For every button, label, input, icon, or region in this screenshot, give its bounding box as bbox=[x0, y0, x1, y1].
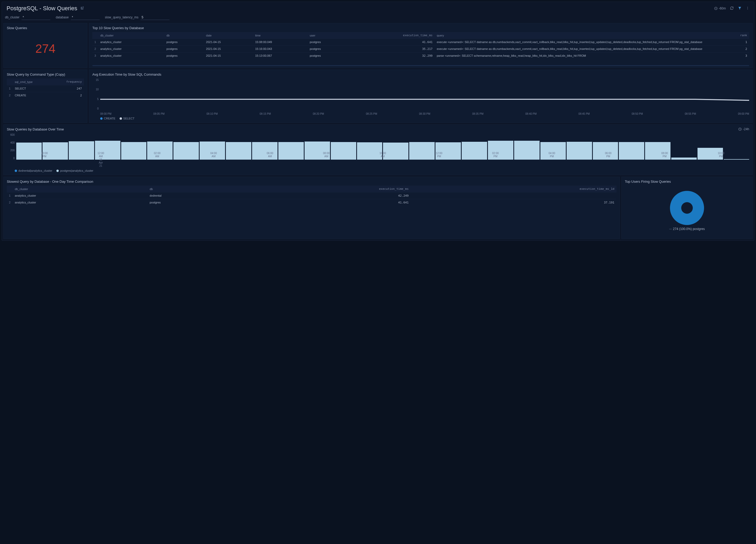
top-users-donut[interactable]: 274 (100.0%) postgres bbox=[625, 186, 749, 236]
filter-icon[interactable] bbox=[738, 6, 742, 11]
svg-point-2 bbox=[747, 8, 748, 8]
filter-input-latency[interactable]: 5 bbox=[141, 15, 169, 20]
legend-item[interactable]: dvdrental|analytics_cluster bbox=[15, 169, 52, 172]
dashboard-header: PostgreSQL - Slow Queries -60m bbox=[2, 2, 754, 15]
filter-input-db-cluster[interactable]: * bbox=[22, 15, 50, 20]
col-frequency[interactable]: frequency bbox=[50, 78, 84, 85]
top-10-table: db_cluster db date time user execution_t… bbox=[92, 32, 749, 59]
panel-title: Slow Queries bbox=[7, 26, 84, 30]
table-row[interactable]: 2CREATE2 bbox=[7, 92, 84, 99]
col-exec[interactable]: execution_time_ms bbox=[347, 32, 435, 39]
panel-slowest-1d: Slowest Query by Database - One Day Time… bbox=[3, 177, 620, 239]
refresh-icon[interactable] bbox=[730, 6, 734, 11]
svg-point-1 bbox=[747, 7, 748, 7]
col-db-cluster[interactable]: db_cluster bbox=[13, 186, 147, 192]
table-row[interactable]: 2analytics_clusterpostgres2021-04-1515:1… bbox=[92, 46, 749, 52]
page-title: PostgreSQL - Slow Queries bbox=[7, 5, 77, 12]
col-query[interactable]: query bbox=[435, 32, 720, 39]
panel-top-10: Top 10 Slow Queries by Database db_clust… bbox=[89, 23, 753, 68]
filter-input-database[interactable]: * bbox=[71, 15, 100, 20]
col-user[interactable]: user bbox=[308, 32, 347, 39]
panel-title: Slow Queries by Database Over Time bbox=[7, 127, 749, 131]
panel-avg-exec: Avg Execution Time by Slow SQL Commands … bbox=[89, 70, 753, 123]
panel-top-users: Top Users Firing Slow Queries 274 (100.0… bbox=[621, 177, 753, 239]
col-date[interactable]: date bbox=[204, 32, 253, 39]
table-row[interactable]: 1SELECT247 bbox=[7, 85, 84, 92]
time-range-label: -60m bbox=[719, 7, 726, 10]
svg-point-3 bbox=[747, 9, 748, 9]
table-row[interactable]: 3analytics_clusterpostgres2021-04-1515:1… bbox=[92, 52, 749, 59]
more-icon[interactable] bbox=[746, 6, 749, 11]
panel-title: Avg Execution Time by Slow SQL Commands bbox=[92, 72, 749, 76]
filter-label-database: database bbox=[56, 15, 68, 19]
panel-time-range[interactable]: -24h bbox=[738, 127, 749, 131]
slowest-1d-table: db_cluster db execution_time_ms executio… bbox=[7, 186, 616, 206]
filter-bar: db_cluster * database * slow_query_laten… bbox=[2, 15, 754, 23]
scrollbar[interactable] bbox=[92, 65, 749, 66]
col-exec-1d[interactable]: execution_time_ms_1d bbox=[411, 186, 616, 192]
filter-label-db-cluster: db_cluster bbox=[5, 15, 19, 19]
filter-label-latency: slow_query_latency_ms bbox=[105, 15, 139, 19]
col-db[interactable]: db bbox=[164, 32, 204, 39]
col-sql-cmd-type[interactable]: sql_cmd_type bbox=[13, 78, 50, 85]
slow-queries-count: 274 bbox=[7, 32, 84, 65]
panel-title: Top Users Firing Slow Queries bbox=[625, 179, 749, 183]
panel-over-time: Slow Queries by Database Over Time -24h … bbox=[3, 124, 753, 175]
panel-title: Top 10 Slow Queries by Database bbox=[92, 26, 749, 30]
col-db[interactable]: db bbox=[147, 186, 232, 192]
open-external-icon[interactable] bbox=[80, 6, 84, 11]
panel-title: Slowest Query by Database - One Day Time… bbox=[7, 179, 616, 183]
cmd-type-table: sql_cmd_type frequency 1SELECT2472CREATE… bbox=[7, 78, 84, 99]
panel-cmd-type: Slow Query by Command Type (Copy) sql_cm… bbox=[3, 70, 87, 123]
table-row[interactable]: 1analytics_clusterpostgres2021-04-1515:0… bbox=[92, 39, 749, 46]
time-range-picker[interactable]: -60m bbox=[714, 7, 726, 10]
col-rank[interactable]: rank bbox=[720, 32, 749, 39]
col-db-cluster[interactable]: db_cluster bbox=[98, 32, 164, 39]
legend-item[interactable]: postgres|analytics_cluster bbox=[56, 169, 93, 172]
table-row[interactable]: 1analytics_clusterdvdrental42.249 bbox=[7, 192, 616, 199]
panel-slow-queries: Slow Queries 274 bbox=[3, 23, 87, 68]
avg-exec-chart[interactable]: 151050 08:00 PM08:05 PM08:10 PM08:15 PM0… bbox=[100, 78, 749, 115]
panel-title: Slow Query by Command Type (Copy) bbox=[7, 72, 84, 76]
col-time[interactable]: time bbox=[253, 32, 308, 39]
table-row[interactable]: 2analytics_clusterpostgres41.64137.191 bbox=[7, 199, 616, 206]
over-time-chart[interactable]: 6004002000 10:00PM12:00AM15Apr2102:00AM0… bbox=[16, 133, 749, 167]
col-exec[interactable]: execution_time_ms bbox=[232, 186, 411, 192]
